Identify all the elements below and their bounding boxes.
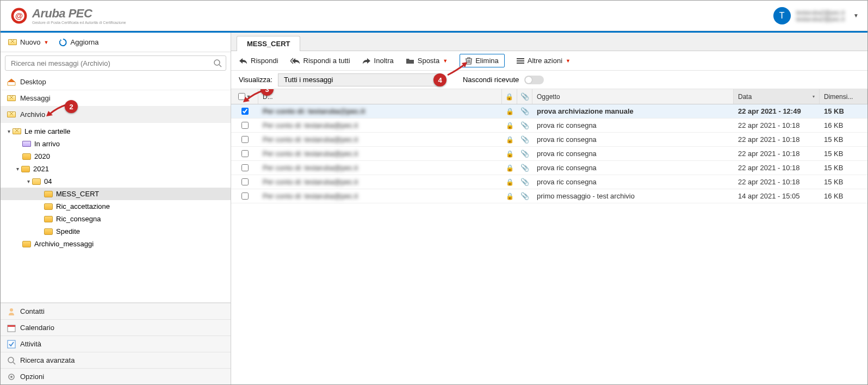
col-checkbox[interactable]: ▼ — [231, 89, 258, 104]
table-row[interactable]: Per conto di: testaruba@pec.it🔒📎prova ri… — [231, 133, 867, 147]
nav-contacts-label: Contatti — [20, 307, 45, 315]
table-row[interactable]: Per conto di: testaruba@pec.it🔒📎prova ri… — [231, 175, 867, 189]
tree-2020-label: 2020 — [34, 152, 50, 160]
search-input[interactable] — [5, 55, 226, 71]
refresh-button[interactable]: Aggiorna — [59, 38, 99, 47]
row-subject: prova ric consegna — [532, 133, 734, 146]
tree-2020[interactable]: 2020 — [1, 150, 231, 163]
caret-down-icon[interactable]: ▾ — [5, 128, 13, 134]
reply-all-label: Rispondi a tutti — [303, 57, 350, 65]
row-checkbox[interactable] — [241, 108, 249, 115]
nav-options-label: Opzioni — [20, 372, 44, 381]
tree-2021[interactable]: ▾2021 — [1, 163, 231, 175]
row-lock: 🔒 — [502, 161, 517, 175]
table-row[interactable]: Per conto di: testaruba@pec.it🔒📎prova ar… — [231, 104, 867, 119]
col-attachment[interactable]: 📎 — [517, 89, 532, 104]
table-row[interactable]: Per conto di: testaruba@pec.it🔒📎prova ri… — [231, 161, 867, 175]
row-checkbox[interactable] — [241, 178, 249, 185]
account-menu[interactable]: T testaruba2@pec.it testaruba2@pec.it ▼ — [773, 7, 859, 24]
tab-mess-cert[interactable]: MESS_CERT — [237, 36, 300, 51]
paperclip-icon: 📎 — [520, 107, 529, 115]
col-size[interactable]: Dimensi... — [820, 89, 867, 104]
caret-down-icon[interactable]: ▾ — [14, 166, 21, 172]
nav-tasks[interactable]: Attività — [1, 336, 231, 352]
hide-receipts-toggle[interactable] — [524, 76, 544, 84]
new-button[interactable]: Nuovo ▼ — [8, 38, 49, 46]
delete-button[interactable]: Elimina — [460, 54, 505, 67]
tree-spedite[interactable]: Spedite — [1, 225, 231, 238]
folder-icon — [22, 153, 31, 160]
tree-root[interactable]: ▾ Le mie cartelle — [1, 125, 231, 138]
row-size: 15 KB — [820, 133, 867, 146]
row-checkbox[interactable] — [241, 136, 249, 143]
row-checkbox[interactable] — [241, 164, 249, 171]
col-subject[interactable]: Oggetto — [532, 89, 734, 104]
col-date[interactable]: Data — [734, 89, 820, 104]
tree-ric-acc[interactable]: Ric_accettazione — [1, 200, 231, 213]
row-from: Per conto di: testaruba@pec.it — [258, 147, 502, 160]
table-row[interactable]: Per conto di: testaruba@pec.it🔒📎prova ri… — [231, 147, 867, 161]
row-date: 22 apr 2021 - 10:18 — [734, 147, 820, 160]
move-button[interactable]: Sposta▼ — [406, 57, 448, 65]
row-size: 16 KB — [820, 189, 867, 203]
forward-button[interactable]: Inoltra — [362, 57, 394, 65]
nav-messages[interactable]: Messaggi — [1, 90, 231, 107]
tree-inbox[interactable]: In arrivo — [1, 138, 231, 150]
lock-icon: 🔒 — [506, 136, 514, 144]
reply-all-icon — [290, 58, 300, 64]
reply-button[interactable]: Rispondi — [239, 57, 278, 65]
row-subject: prova ric consegna — [532, 119, 734, 132]
nav-options[interactable]: Opzioni — [1, 368, 231, 384]
seal-icon: @ — [9, 6, 29, 26]
row-from: Per conto di: testaruba@pec.it — [258, 119, 502, 132]
tree-inbox-label: In arrivo — [34, 140, 60, 148]
nav-adv-search[interactable]: Ricerca avanzata — [1, 352, 231, 368]
dropdown-icon: ▼ — [44, 40, 49, 45]
move-label: Sposta — [418, 57, 439, 65]
more-actions-button[interactable]: Altre azioni▼ — [517, 57, 571, 65]
row-size: 16 KB — [820, 119, 867, 132]
tree-04[interactable]: ▾04 — [1, 175, 231, 188]
envelope-icon — [13, 128, 21, 134]
tree-mess-cert[interactable]: MESS_CERT — [1, 188, 231, 200]
brand-tagline: Gestore di Posta Certificata ed Autorità… — [32, 21, 126, 24]
lock-icon: 🔒 — [506, 108, 514, 115]
brand-name: Aruba PEC — [32, 7, 126, 21]
paperclip-icon: 📎 — [520, 135, 529, 144]
gear-icon — [7, 372, 16, 381]
top-header: @ Aruba PEC Gestore di Posta Certificata… — [1, 1, 867, 31]
select-all-checkbox[interactable] — [238, 93, 245, 100]
refresh-label: Aggiorna — [71, 38, 99, 46]
col-from[interactable]: D... — [258, 89, 502, 104]
row-lock: 🔒 — [502, 104, 517, 118]
caret-down-icon[interactable]: ▾ — [24, 178, 32, 184]
reply-all-button[interactable]: Rispondi a tutti — [290, 57, 350, 65]
row-checkbox[interactable] — [241, 122, 249, 129]
row-checkbox[interactable] — [241, 192, 249, 200]
col-lock[interactable]: 🔒 — [502, 89, 517, 104]
nav-desktop[interactable]: Desktop — [1, 74, 231, 90]
row-size: 15 KB — [820, 161, 867, 175]
folder-open-icon — [32, 178, 41, 185]
brand-logo: @ Aruba PEC Gestore di Posta Certificata… — [9, 6, 126, 26]
table-row[interactable]: Per conto di: testaruba@pec.it🔒📎prova ri… — [231, 119, 867, 133]
row-attachment: 📎 — [517, 119, 532, 132]
tab-bar: MESS_CERT — [231, 33, 867, 51]
nav-archive[interactable]: Archivio 2 — [1, 107, 231, 123]
table-row[interactable]: Per conto di: testaruba@pec.it🔒📎primo me… — [231, 189, 867, 203]
filter-select[interactable]: Tutti i messaggi — [278, 73, 441, 86]
nav-messages-label: Messaggi — [20, 94, 51, 102]
row-from: Per conto di: testaruba@pec.it — [258, 161, 502, 175]
new-label: Nuovo — [20, 38, 41, 46]
tree-arch-msg-label: Archivio_messaggi — [34, 240, 94, 248]
folder-icon — [406, 58, 414, 64]
tree-ric-con[interactable]: Ric_consegna — [1, 213, 231, 225]
nav-contacts[interactable]: Contatti — [1, 303, 231, 319]
nav-calendar[interactable]: Calendario — [1, 319, 231, 336]
row-subject: prova ric consegna — [532, 161, 734, 175]
row-checkbox[interactable] — [241, 150, 249, 157]
menu-icon — [517, 58, 524, 64]
tree-arch-msg[interactable]: Archivio_messaggi — [1, 238, 231, 250]
dropdown-icon: ▼ — [566, 58, 571, 64]
avatar: T — [773, 7, 791, 24]
